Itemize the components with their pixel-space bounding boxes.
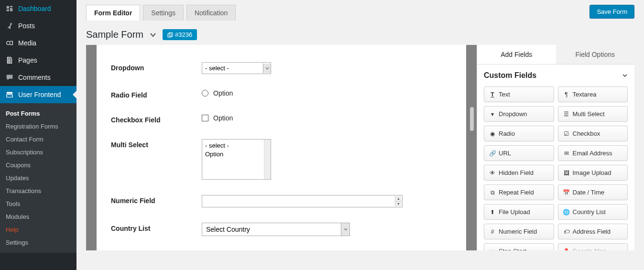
sidebar-item-dashboard[interactable]: Dashboard [0, 0, 76, 17]
submenu-subscriptions[interactable]: Subscriptions [0, 146, 76, 159]
sidebar-item-posts[interactable]: Posts [0, 17, 76, 34]
submenu-coupons[interactable]: Coupons [0, 159, 76, 172]
checkbox-input[interactable] [202, 115, 208, 121]
sidebar-label: Posts [18, 22, 35, 30]
sidebar-item-pages[interactable]: Pages [0, 52, 76, 69]
scrollbar-thumb[interactable] [470, 107, 474, 131]
field-label: Multi Select [111, 139, 202, 149]
user-frontend-icon [5, 90, 14, 99]
submenu-settings[interactable]: Settings [0, 236, 76, 249]
field-btn-email[interactable]: ✉Email Address [558, 145, 628, 161]
field-btn-hidden[interactable]: 👁Hidden Field [484, 165, 554, 181]
sidebar-label: Comments [18, 74, 51, 81]
sidebar-item-user-frontend[interactable]: User Frontend [0, 86, 76, 103]
field-btn-numeric[interactable]: #Numeric Field [484, 224, 554, 239]
numeric-spinner[interactable]: ▲▼ [395, 196, 402, 206]
pin-icon [5, 21, 14, 31]
form-id-badge[interactable]: #3236 [163, 29, 197, 40]
submenu-contact-form[interactable]: Contact Form [0, 133, 76, 146]
chevron-down-icon [263, 64, 271, 73]
submenu-registration-forms[interactable]: Registration Forms [0, 120, 76, 133]
multiselect-option[interactable]: - select - [205, 141, 268, 150]
sidebar-label: User Frontend [18, 91, 61, 98]
comment-icon [5, 73, 14, 82]
field-btn-radio[interactable]: ◉Radio [484, 126, 554, 141]
select-value: - select - [205, 65, 229, 72]
submenu-post-forms[interactable]: Post Forms [0, 107, 76, 120]
field-btn-country-list[interactable]: 🌐Country List [558, 204, 628, 220]
map-marker-icon: 📍 [563, 248, 570, 251]
chevron-down-icon [341, 223, 349, 236]
field-btn-checkbox[interactable]: ☑Checkbox [558, 126, 628, 141]
tab-form-editor[interactable]: Form Editor [86, 5, 140, 21]
copy-icon: ⧉ [489, 189, 496, 196]
field-btn-date-time[interactable]: 📅Date / Time [558, 184, 628, 200]
numeric-input[interactable]: ▲▼ [202, 195, 403, 207]
field-btn-multiselect[interactable]: ☰Multi Select [558, 106, 628, 122]
tab-notification[interactable]: Notification [186, 5, 236, 21]
field-radio[interactable]: Radio Field Option [111, 82, 452, 107]
caret-square-icon: ▾ [489, 111, 496, 118]
field-btn-image-upload[interactable]: 🖼Image Upload [558, 165, 628, 181]
submenu-transactions[interactable]: Transactions [0, 184, 76, 197]
hash-icon: # [489, 228, 496, 235]
custom-fields-grid: TText ¶Textarea ▾Dropdown ☰Multi Select … [484, 86, 628, 250]
radio-input[interactable] [202, 90, 208, 97]
field-btn-text[interactable]: TText [484, 86, 554, 102]
field-btn-repeat[interactable]: ⧉Repeat Field [484, 184, 554, 200]
text-icon: T [489, 91, 496, 98]
field-btn-url[interactable]: 🔗URL [484, 145, 554, 161]
multiselect-option[interactable]: Option [205, 150, 268, 159]
field-btn-step-start[interactable]: ⏭Step Start [484, 243, 554, 250]
envelope-icon: ✉ [563, 150, 570, 157]
copy-icon [167, 32, 173, 38]
field-btn-google-map[interactable]: 📍Google Map [558, 243, 628, 250]
scrollbar[interactable] [264, 140, 271, 179]
eye-slash-icon: 👁 [489, 170, 496, 176]
section-title: Custom Fields [484, 71, 536, 80]
country-select[interactable]: Select Country [202, 223, 350, 236]
paragraph-icon: ¶ [563, 91, 570, 98]
admin-sidebar: Dashboard Posts Media Pages Comments Use… [0, 0, 76, 270]
panel-tab-add-fields[interactable]: Add Fields [477, 45, 556, 64]
chevron-down-icon[interactable] [149, 31, 157, 39]
field-dropdown[interactable]: Dropdown - select - [111, 54, 452, 82]
tab-settings[interactable]: Settings [143, 5, 184, 21]
sidebar-item-media[interactable]: Media [0, 34, 76, 52]
calendar-icon: 📅 [563, 189, 570, 196]
field-country[interactable]: Country List Select Country [111, 215, 452, 244]
form-title: Sample Form [86, 29, 143, 40]
field-numeric[interactable]: Numeric Field ▲▼ [111, 187, 452, 215]
sidebar-label: Media [18, 39, 36, 47]
panel-section-custom-fields[interactable]: Custom Fields [484, 65, 628, 86]
field-btn-address[interactable]: 🏷Address Field [558, 224, 628, 239]
field-panel: Add Fields Field Options Custom Fields T… [477, 45, 634, 250]
multiselect-input[interactable]: - select - Option [202, 139, 271, 180]
checkbox-option-label: Option [213, 114, 233, 122]
submenu-tools[interactable]: Tools [0, 197, 76, 210]
svg-point-0 [7, 41, 10, 44]
sidebar-item-comments[interactable]: Comments [0, 69, 76, 86]
media-icon [5, 38, 14, 48]
form-canvas: Dropdown - select - Radio Field [97, 45, 466, 250]
submenu-updates[interactable]: Updates [0, 172, 76, 184]
field-checkbox[interactable]: Checkbox Field Option [111, 107, 452, 131]
field-btn-textarea[interactable]: ¶Textarea [558, 86, 628, 102]
field-label: Country List [111, 223, 202, 232]
address-card-icon: 🏷 [563, 228, 570, 235]
main-content: Form Editor Settings Notification Save F… [76, 0, 644, 270]
field-btn-file-upload[interactable]: ⬆File Upload [484, 204, 554, 220]
sidebar-submenu: Post Forms Registration Forms Contact Fo… [0, 103, 76, 253]
field-btn-dropdown[interactable]: ▾Dropdown [484, 106, 554, 122]
field-label: Numeric Field [111, 195, 202, 205]
submenu-modules[interactable]: Modules [0, 210, 76, 223]
dropdown-select[interactable]: - select - [202, 62, 271, 74]
save-form-button[interactable]: Save Form [589, 5, 634, 19]
field-label: Dropdown [111, 62, 202, 72]
sidebar-label: Pages [18, 56, 37, 64]
panel-tab-field-options[interactable]: Field Options [556, 45, 635, 64]
svg-rect-1 [7, 92, 13, 94]
submenu-help[interactable]: Help [0, 223, 76, 236]
pages-icon [5, 55, 14, 65]
field-multiselect[interactable]: Multi Select - select - Option [111, 131, 452, 187]
